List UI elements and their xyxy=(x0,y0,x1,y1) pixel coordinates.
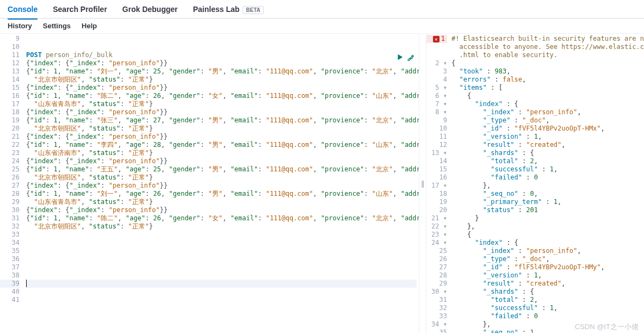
help-button[interactable]: Help xyxy=(82,22,97,30)
settings-button[interactable]: Settings xyxy=(43,22,71,30)
tab-console[interactable]: Console xyxy=(8,2,38,19)
beta-badge: BETA xyxy=(243,6,263,14)
output-body[interactable]: #! Elasticsearch built-in security featu… xyxy=(449,34,644,333)
request-editor[interactable]: 9101112131415161718192021222324252627282… xyxy=(0,34,419,333)
editor-code[interactable]: POST person_info/_bulk{"index": {"_index… xyxy=(23,34,419,333)
console-subbar: History Settings Help xyxy=(0,18,644,34)
pane-divider[interactable]: ‖ xyxy=(419,34,426,333)
play-icon[interactable] xyxy=(396,53,404,63)
tab-painless-lab[interactable]: Painless LabBETA xyxy=(193,2,264,19)
wrench-icon[interactable] xyxy=(407,53,414,63)
response-pane: ✕ 1 2 ▾345 ▾6 ▾7 ▾8 ▾910111213 ▾14151617… xyxy=(426,34,644,333)
editor-gutter: 9101112131415161718192021222324252627282… xyxy=(0,34,23,333)
watermark: CSDN @IT之一小佬 xyxy=(575,322,639,332)
output-gutter: ✕ 1 2 ▾345 ▾6 ▾7 ▾8 ▾910111213 ▾14151617… xyxy=(426,34,449,333)
history-button[interactable]: History xyxy=(8,22,32,30)
tab-grok-debugger[interactable]: Grok Debugger xyxy=(122,2,178,19)
dev-tools-tabs: Console Search Profiler Grok Debugger Pa… xyxy=(0,0,644,18)
run-icons xyxy=(396,53,414,63)
tab-search-profiler[interactable]: Search Profiler xyxy=(53,2,107,19)
